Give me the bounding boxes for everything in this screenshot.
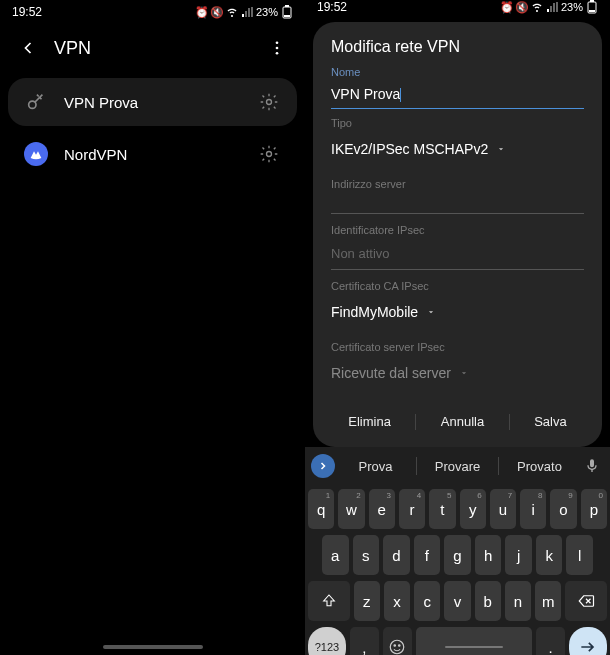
vpn-item-label: NordVPN [64,146,241,163]
page-header: VPN [0,24,305,70]
suggestion-2[interactable]: Provare [421,453,494,480]
key-e[interactable]: e3 [369,489,395,529]
server-input[interactable] [331,194,584,214]
key-h[interactable]: h [475,535,502,575]
type-dropdown[interactable]: IKEv2/IPSec MSCHAPv2 [331,133,584,164]
svg-point-8 [267,152,272,157]
gear-icon[interactable] [257,90,281,114]
key-i[interactable]: i8 [520,489,546,529]
nav-handle[interactable] [103,645,203,649]
server-label: Indirizzo server [331,178,584,190]
enter-key[interactable] [569,627,607,655]
delete-button[interactable]: Elimina [338,408,401,435]
key-s[interactable]: s [353,535,380,575]
key-m[interactable]: m [535,581,561,621]
suggestion-3[interactable]: Provato [503,453,576,480]
more-button[interactable] [265,36,289,60]
ca-dropdown[interactable]: FindMyMobile [331,296,584,327]
key-o[interactable]: o9 [550,489,576,529]
period-key[interactable]: . [536,627,565,655]
signal-icon [241,6,253,18]
key-n[interactable]: n [505,581,531,621]
key-j[interactable]: j [505,535,532,575]
key-b[interactable]: b [475,581,501,621]
wifi-icon [226,6,238,18]
status-bar: 19:52 ⏰ 🔇 23% [305,0,610,14]
key-z[interactable]: z [354,581,380,621]
key-x[interactable]: x [384,581,410,621]
nordvpn-icon [24,142,48,166]
key-k[interactable]: k [536,535,563,575]
key-q[interactable]: q1 [308,489,334,529]
space-key[interactable] [416,627,532,655]
signal-icon [546,1,558,13]
modal-buttons: Elimina Annulla Salva [331,402,584,435]
key-g[interactable]: g [444,535,471,575]
key-icon [24,90,48,114]
backspace-key[interactable] [565,581,607,621]
key-v[interactable]: v [444,581,470,621]
expand-toolbar-button[interactable] [311,454,335,478]
ipsec-id-label: Identificatore IPsec [331,224,584,236]
svg-point-7 [267,100,272,105]
key-a[interactable]: a [322,535,349,575]
key-l[interactable]: l [566,535,593,575]
separator [415,414,416,430]
vpn-list: VPN Prova NordVPN [0,70,305,190]
svg-rect-1 [285,5,289,7]
vpn-item-nordvpn[interactable]: NordVPN [8,130,297,178]
type-value: IKEv2/IPSec MSCHAPv2 [331,141,488,157]
comma-key[interactable]: , [350,627,379,655]
battery-percent: 23% [561,1,583,13]
server-cert-value: Ricevute dal server [331,365,451,381]
modal-title: Modifica rete VPN [331,38,584,56]
key-c[interactable]: c [414,581,440,621]
suggestion-1[interactable]: Prova [339,453,412,480]
status-time: 19:52 [317,0,347,14]
svg-rect-2 [284,15,290,17]
key-d[interactable]: d [383,535,410,575]
vpn-item-prova[interactable]: VPN Prova [8,78,297,126]
svg-point-14 [399,645,401,647]
vpn-item-label: VPN Prova [64,94,241,111]
svg-rect-10 [590,0,594,2]
vpn-list-screen: 19:52 ⏰ 🔇 23% VPN [0,0,305,655]
status-icons: ⏰ 🔇 23% [196,6,293,18]
cancel-button[interactable]: Annulla [431,408,494,435]
name-label: Nome [331,66,584,78]
battery-percent: 23% [256,6,278,18]
status-icons: ⏰ 🔇 23% [501,1,598,13]
svg-point-5 [276,52,279,55]
emoji-key[interactable] [383,627,412,655]
key-r[interactable]: r4 [399,489,425,529]
separator [498,457,499,475]
symbols-key[interactable]: ?123 [308,627,346,655]
key-p[interactable]: p0 [581,489,607,529]
keyboard: Prova Provare Provato q1w2e3r4t5y6u7i8o9… [305,447,610,655]
key-y[interactable]: y6 [460,489,486,529]
mic-icon[interactable] [580,454,604,478]
ca-label: Certificato CA IPsec [331,280,584,292]
key-w[interactable]: w2 [338,489,364,529]
gear-icon[interactable] [257,142,281,166]
key-u[interactable]: u7 [490,489,516,529]
status-time: 19:52 [12,5,42,19]
key-t[interactable]: t5 [429,489,455,529]
svg-rect-11 [589,10,595,12]
key-f[interactable]: f [414,535,441,575]
save-button[interactable]: Salva [524,408,577,435]
mute-icon: 🔇 [211,6,223,18]
server-cert-label: Certificato server IPsec [331,341,584,353]
alarm-icon: ⏰ [501,1,513,13]
ipsec-id-input[interactable]: Non attivo [331,240,584,270]
name-input[interactable]: VPN Prova [331,82,584,109]
battery-icon [281,6,293,18]
alarm-icon: ⏰ [196,6,208,18]
server-cert-dropdown[interactable]: Ricevute dal server [331,357,584,388]
chevron-down-icon [459,365,469,381]
svg-point-6 [29,101,36,108]
back-button[interactable] [16,36,40,60]
chevron-down-icon [426,304,436,320]
shift-key[interactable] [308,581,350,621]
ca-value: FindMyMobile [331,304,418,320]
